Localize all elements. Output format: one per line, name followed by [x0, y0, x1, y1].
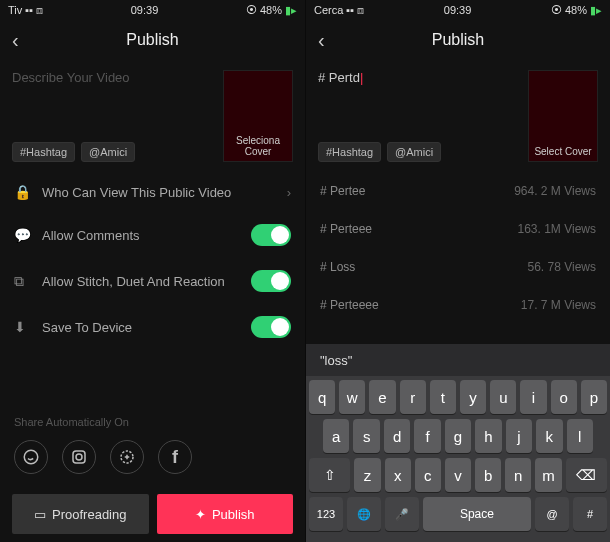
instagram-icon[interactable] — [62, 440, 96, 474]
globe-key[interactable]: 🌐 — [347, 497, 381, 531]
hash-key[interactable]: # — [573, 497, 607, 531]
wifi-icon: ⧈ — [36, 4, 43, 17]
key-p[interactable]: p — [581, 380, 607, 414]
mic-key[interactable]: 🎤 — [385, 497, 419, 531]
key-h[interactable]: h — [475, 419, 501, 453]
button-row: ▭ Proofreading ✦ Publish — [0, 486, 305, 542]
status-bar: Cerca ▪▪ ⧈ 09:39 ⦿ 48% ▮▸ — [306, 0, 610, 20]
shift-key[interactable]: ⇧ — [309, 458, 350, 492]
key-k[interactable]: k — [536, 419, 562, 453]
page-title: Publish — [126, 31, 178, 49]
mention-button[interactable]: @Amici — [387, 142, 441, 162]
clock: 09:39 — [444, 4, 472, 16]
numeric-key[interactable]: 123 — [309, 497, 343, 531]
comments-row: 💬 Allow Comments — [0, 212, 305, 258]
key-s[interactable]: s — [353, 419, 379, 453]
whatsapp-icon[interactable] — [14, 440, 48, 474]
key-m[interactable]: m — [535, 458, 561, 492]
at-key[interactable]: @ — [535, 497, 569, 531]
compose-area: Describe Your Video #Hashtag @Amici Sele… — [0, 60, 305, 172]
key-o[interactable]: o — [551, 380, 577, 414]
facebook-icon[interactable]: f — [158, 440, 192, 474]
header: ‹ Publish — [306, 20, 610, 60]
stitch-row: ⧉ Allow Stitch, Duet And Reaction — [0, 258, 305, 304]
chevron-right-icon: › — [287, 185, 291, 200]
hashtag-suggestion[interactable]: # Perteee 163. 1M Views — [306, 210, 610, 248]
battery-icon: ▮▸ — [285, 4, 297, 17]
privacy-row[interactable]: 🔒 Who Can View This Public Video › — [0, 172, 305, 212]
comment-icon: 💬 — [14, 227, 30, 243]
carrier-label: Cerca — [314, 4, 343, 16]
key-f[interactable]: f — [414, 419, 440, 453]
bluetooth-icon: ⦿ — [246, 4, 257, 16]
svg-point-0 — [24, 450, 38, 464]
carrier-label: Tiv — [8, 4, 22, 16]
share-label: Share Automatically On — [0, 410, 305, 434]
draft-button[interactable]: ▭ Proofreading — [12, 494, 149, 534]
wifi-icon: ⧈ — [357, 4, 364, 17]
battery-icon: ▮▸ — [590, 4, 602, 17]
hashtag-button[interactable]: #Hashtag — [318, 142, 381, 162]
description-input[interactable]: # Pertd| — [318, 70, 518, 85]
hashtag-suggestion[interactable]: # Pertee 964. 2 M Views — [306, 172, 610, 210]
key-a[interactable]: a — [323, 419, 349, 453]
bluetooth-icon: ⦿ — [551, 4, 562, 16]
battery-label: 48% — [260, 4, 282, 16]
key-q[interactable]: q — [309, 380, 335, 414]
key-r[interactable]: r — [400, 380, 426, 414]
publish-icon: ✦ — [195, 507, 206, 522]
text-cursor: | — [360, 70, 363, 85]
screen-publish-settings: Tiv ▪▪ ⧈ 09:39 ⦿ 48% ▮▸ ‹ Publish Descri… — [0, 0, 305, 542]
save-row: ⬇ Save To Device — [0, 304, 305, 350]
key-d[interactable]: d — [384, 419, 410, 453]
compose-area: # Pertd| #Hashtag @Amici Select Cover — [306, 60, 610, 172]
cover-select[interactable]: Seleciona Cover — [223, 70, 293, 162]
header: ‹ Publish — [0, 20, 305, 60]
key-b[interactable]: b — [475, 458, 501, 492]
cover-select[interactable]: Select Cover — [528, 70, 598, 162]
duet-icon: ⧉ — [14, 273, 30, 290]
space-key[interactable]: Space — [423, 497, 531, 531]
svg-rect-1 — [73, 451, 85, 463]
keyboard-suggestion[interactable]: "loss" — [306, 344, 610, 376]
save-toggle[interactable] — [251, 316, 291, 338]
key-x[interactable]: x — [385, 458, 411, 492]
back-icon[interactable]: ‹ — [12, 29, 19, 52]
key-z[interactable]: z — [354, 458, 380, 492]
key-e[interactable]: e — [369, 380, 395, 414]
screen-hashtag-suggest: Cerca ▪▪ ⧈ 09:39 ⦿ 48% ▮▸ ‹ Publish # Pe… — [305, 0, 610, 542]
key-n[interactable]: n — [505, 458, 531, 492]
draft-icon: ▭ — [34, 507, 46, 522]
svg-point-2 — [76, 454, 82, 460]
keyboard: "loss" qwertyuiop asdfghjkl ⇧ zxcvbnm ⌫ … — [306, 344, 610, 542]
key-t[interactable]: t — [430, 380, 456, 414]
battery-label: 48% — [565, 4, 587, 16]
stitch-toggle[interactable] — [251, 270, 291, 292]
lock-icon: 🔒 — [14, 184, 30, 200]
hashtag-button[interactable]: #Hashtag — [12, 142, 75, 162]
description-input[interactable]: Describe Your Video — [12, 70, 213, 85]
key-y[interactable]: y — [460, 380, 486, 414]
hashtag-suggestion[interactable]: # Perteeee 17. 7 M Views — [306, 286, 610, 324]
status-bar: Tiv ▪▪ ⧈ 09:39 ⦿ 48% ▮▸ — [0, 0, 305, 20]
hashtag-suggestion[interactable]: # Loss 56. 78 Views — [306, 248, 610, 286]
publish-button[interactable]: ✦ Publish — [157, 494, 294, 534]
clock: 09:39 — [131, 4, 159, 16]
backspace-key[interactable]: ⌫ — [566, 458, 607, 492]
key-l[interactable]: l — [567, 419, 593, 453]
download-icon: ⬇ — [14, 319, 30, 335]
story-icon[interactable] — [110, 440, 144, 474]
comments-toggle[interactable] — [251, 224, 291, 246]
mention-button[interactable]: @Amici — [81, 142, 135, 162]
share-row: f — [0, 434, 305, 486]
key-v[interactable]: v — [445, 458, 471, 492]
key-w[interactable]: w — [339, 380, 365, 414]
key-j[interactable]: j — [506, 419, 532, 453]
page-title: Publish — [432, 31, 484, 49]
key-i[interactable]: i — [520, 380, 546, 414]
key-c[interactable]: c — [415, 458, 441, 492]
signal-icon: ▪▪ — [346, 4, 354, 16]
key-g[interactable]: g — [445, 419, 471, 453]
key-u[interactable]: u — [490, 380, 516, 414]
back-icon[interactable]: ‹ — [318, 29, 325, 52]
